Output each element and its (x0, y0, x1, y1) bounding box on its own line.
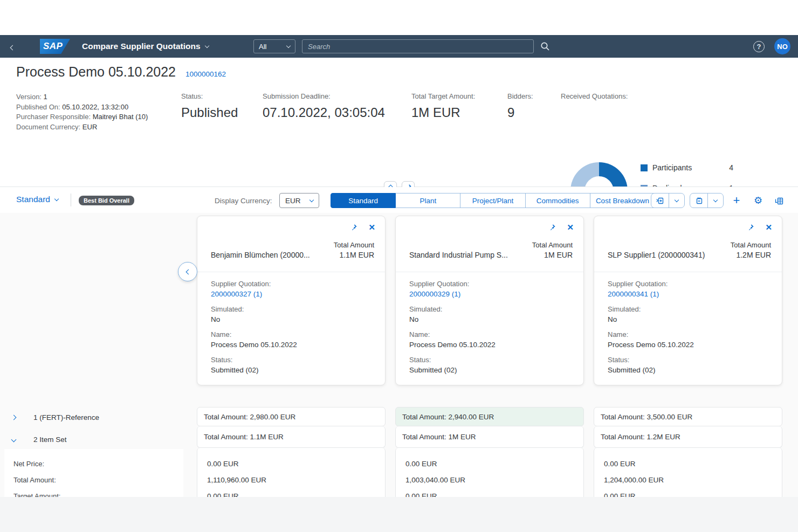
view-select-value: Standard (16, 195, 50, 204)
tab-commodities[interactable]: Commodities (526, 193, 590, 208)
comparison-column: Total Amount: 2,980.00 EUR Total Amount:… (197, 407, 386, 509)
close-icon[interactable]: ✕ (765, 223, 772, 232)
document-number-link[interactable]: 1000000162 (185, 70, 226, 78)
field-label: Name: (608, 330, 771, 338)
chevron-down-icon (708, 194, 723, 208)
field-label: Status: (211, 356, 374, 364)
search-icon[interactable] (540, 42, 550, 51)
search-scope-value: All (259, 43, 266, 51)
pin-icon[interactable] (747, 224, 754, 231)
supplier-card[interactable]: ✕ Benjamin Blümchen (20000... Total Amou… (197, 216, 386, 385)
sap-logo-text: SAP (40, 41, 63, 52)
field-value: Submitted (02) (409, 366, 573, 374)
back-icon (10, 45, 15, 51)
total-amount-label: Total Amount (334, 241, 374, 249)
group-total-cell[interactable]: Total Amount: 1M EUR (395, 426, 584, 448)
net-price-value: 0.00 EUR (405, 455, 583, 472)
attr-label: Published On: (16, 103, 60, 111)
back-button[interactable] (0, 40, 25, 52)
collapse-group-icon (690, 194, 708, 208)
chevron-down-icon (286, 43, 291, 47)
chevron-down-icon (309, 197, 314, 202)
card-divider (594, 272, 782, 272)
carousel-scroll-left-button[interactable] (178, 262, 197, 281)
view-select[interactable]: Standard (16, 195, 58, 204)
search-input[interactable] (302, 39, 534, 53)
field-value: Process Demo 05.10.2022 (211, 341, 374, 349)
tab-cost-breakdown[interactable]: Cost Breakdown (590, 193, 655, 208)
total-amount-value: 1.1M EUR (334, 251, 374, 259)
chevron-right-icon (11, 414, 17, 420)
best-bid-badge: Best Bid Overall (79, 196, 134, 205)
view-segmented-buttons: Standard Plant Project/Plant Commodities… (331, 193, 655, 208)
comparison-column: Total Amount: 2,940.00 EUR Total Amount:… (395, 407, 584, 509)
expand-group-split-button[interactable] (651, 193, 685, 208)
close-icon[interactable]: ✕ (368, 223, 375, 232)
currency-select[interactable]: EUR (279, 193, 319, 208)
supplier-name: Benjamin Blümchen (20000... (211, 251, 310, 259)
chevron-down-icon (11, 437, 17, 442)
group-total-cell[interactable]: Total Amount: 1.2M EUR (594, 426, 782, 448)
tab-standard[interactable]: Standard (331, 193, 396, 208)
fact-bidders: Bidders: 9 (507, 92, 533, 120)
supplier-card[interactable]: ✕ Standard Industrial Pump S... Total Am… (395, 216, 584, 385)
fact-received-quotations: Received Quotations: (561, 92, 628, 100)
group-row-item-set[interactable]: 2 Item Set (0, 429, 192, 450)
toolbar-divider (71, 194, 71, 206)
supplier-card[interactable]: ✕ SLP Supplier1 (2000000341) Total Amoun… (594, 216, 782, 385)
fact-label: Status: (181, 92, 238, 100)
field-value: No (211, 315, 374, 323)
tab-plant[interactable]: Plant (396, 193, 460, 208)
total-amount-label: Total Amount (731, 241, 771, 249)
settings-button[interactable]: ⚙ (751, 193, 766, 208)
supplier-quotation-link[interactable]: 2000000329 (1) (409, 290, 573, 298)
reference-total-cell[interactable]: Total Amount: 3,500.00 EUR (594, 407, 782, 426)
chevron-down-icon (204, 43, 209, 47)
fact-label: Submission Deadline: (263, 92, 385, 100)
field-label: Supplier Quotation: (409, 280, 573, 288)
expand-group-icon (651, 194, 669, 208)
collapse-group-split-button[interactable] (690, 193, 724, 208)
shell-bar: SAP Compare Supplier Quotations All ? NO (0, 35, 798, 58)
fact-label: Total Target Amount: (411, 92, 475, 100)
plus-icon: + (733, 194, 740, 208)
add-column-button[interactable]: + (729, 193, 744, 208)
attr-value: EUR (82, 123, 97, 131)
pin-icon[interactable] (350, 224, 357, 231)
export-spreadsheet-button[interactable] (772, 193, 787, 208)
fact-value: 9 (507, 105, 533, 120)
field-label: Status: (608, 356, 771, 364)
close-icon[interactable]: ✕ (567, 223, 574, 232)
legend-item: Participants 4 (641, 163, 733, 172)
item-label: Net Price: (13, 460, 44, 468)
attr-label: Purchaser Responsible: (16, 113, 91, 121)
reference-total-cell-best[interactable]: Total Amount: 2,940.00 EUR (395, 407, 584, 426)
supplier-quotation-link[interactable]: 2000000327 (1) (211, 290, 374, 298)
total-amount-value: 1,204,000.00 EUR (604, 472, 782, 488)
help-icon[interactable]: ? (753, 41, 765, 52)
attr-value: Maitreyi Bhat (10) (93, 113, 148, 121)
app-title-menu[interactable]: Compare Supplier Quotations (82, 42, 209, 51)
chevron-left-icon (186, 269, 191, 274)
field-label: Supplier Quotation: (211, 280, 374, 288)
supplier-quotation-link[interactable]: 2000000341 (1) (608, 290, 771, 298)
user-avatar[interactable]: NO (774, 38, 790, 54)
group-row-reference[interactable]: 1 (FERT)-Reference (0, 407, 192, 427)
chevron-down-icon (54, 196, 59, 201)
tab-project-plant[interactable]: Project/Plant (460, 193, 525, 208)
item-labels-panel: Net Price: Total Amount: Target Amount: (4, 449, 183, 497)
field-value: No (409, 315, 573, 323)
sap-logo[interactable]: SAP (40, 39, 70, 54)
reference-total-cell[interactable]: Total Amount: 2,980.00 EUR (197, 407, 386, 426)
comparison-column: Total Amount: 3,500.00 EUR Total Amount:… (594, 407, 782, 509)
search-scope-select[interactable]: All (253, 39, 295, 53)
object-header: Process Demo 05.10.2022 1000000162 Versi… (0, 58, 798, 186)
fact-target-amount: Total Target Amount: 1M EUR (411, 92, 475, 120)
attr-value: 05.10.2022, 13:32:00 (62, 103, 128, 111)
total-amount-value: 1.2M EUR (731, 251, 771, 259)
pin-icon[interactable] (548, 224, 556, 231)
fact-value: Published (181, 105, 238, 120)
group-total-cell[interactable]: Total Amount: 1.1M EUR (197, 426, 386, 448)
field-label: Name: (211, 330, 374, 338)
attr-value: 1 (44, 93, 47, 101)
